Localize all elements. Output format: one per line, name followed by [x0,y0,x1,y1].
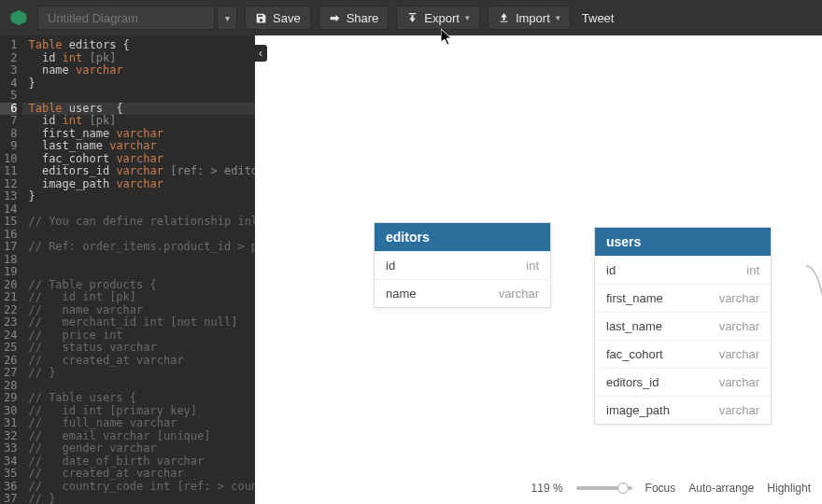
code-line[interactable]: // } [22,367,255,380]
code-line[interactable]: editors_id varchar [ref: > editors. [22,165,255,178]
export-button[interactable]: Export ▾ [396,6,480,30]
code-line[interactable]: // merchant_id int [not null] [22,316,255,329]
line-number: 15 [4,216,17,229]
line-number: 14 [4,203,17,217]
chevron-down-icon: ▾ [556,13,560,22]
import-button[interactable]: Import ▾ [488,6,571,30]
column-name: id [606,263,616,277]
line-number: 6 [0,103,17,116]
table-column[interactable]: idint [375,251,550,279]
code-line[interactable] [22,229,255,242]
focus-button[interactable]: Focus [645,482,676,495]
code-line[interactable]: } [22,190,255,203]
line-number: 37 [4,493,17,504]
code-area[interactable]: Table editors { id int [pk] name varchar… [22,35,255,504]
column-name: image_path [606,403,670,417]
share-button[interactable]: Share [319,6,390,30]
line-number: 17 [4,241,17,254]
line-number: 10 [4,153,17,166]
code-line[interactable] [22,203,255,217]
code-line[interactable]: fac_cohort varchar [22,153,255,166]
line-number: 29 [4,392,17,405]
column-name: fac_cohort [606,347,663,361]
code-line[interactable]: // id int [pk] [22,291,255,304]
table-header[interactable]: editors [375,223,550,251]
app-logo [7,7,30,29]
code-line[interactable] [22,254,255,267]
table-column[interactable]: first_namevarchar [595,284,771,312]
code-line[interactable]: id int [pk] [22,115,255,128]
code-line[interactable]: Table users { [22,103,255,116]
code-line[interactable]: // name varchar [22,304,255,317]
code-line[interactable]: Table editors { [22,39,255,52]
canvas-footer: 119 % Focus Auto-arrange Highlight [531,482,811,495]
diagram-canvas[interactable]: 119 % Focus Auto-arrange Highlight edito… [255,35,822,504]
column-name: id [386,259,395,273]
title-dropdown-button[interactable]: ▾ [217,6,237,30]
code-line[interactable]: // date_of_birth varchar [22,455,255,469]
zoom-knob[interactable] [617,483,629,494]
line-number: 36 [4,481,17,494]
code-line[interactable]: id int [pk] [22,52,255,65]
zoom-slider[interactable] [576,486,632,490]
column-name: name [386,287,417,301]
code-line[interactable]: // full_name varchar [22,417,255,430]
code-line[interactable]: // Table products { [22,279,255,292]
highlight-button[interactable]: Highlight [767,482,811,495]
table-header[interactable]: users [595,228,771,256]
code-line[interactable]: // created_at varchar [22,355,255,368]
share-label: Share [347,11,379,25]
column-type: varchar [719,403,759,417]
column-type: int [746,263,759,277]
chevron-down-icon: ▾ [465,13,470,22]
auto-arrange-button[interactable]: Auto-arrange [688,482,754,495]
line-number: 12 [4,178,17,191]
line-number: 16 [4,229,17,242]
diagram-title-input[interactable] [37,6,215,30]
code-line[interactable]: // created_at varchar [22,468,255,481]
table-column[interactable]: namevarchar [375,279,550,307]
table-users[interactable]: usersidintfirst_namevarcharlast_namevarc… [594,227,772,425]
code-line[interactable]: name varchar [22,64,255,77]
code-line[interactable]: // gender varchar [22,442,255,455]
line-number: 13 [4,190,17,203]
line-number: 30 [4,405,17,418]
table-column[interactable]: last_namevarchar [595,312,771,340]
line-number: 2 [4,52,17,65]
line-number: 21 [4,291,17,304]
code-line[interactable]: // id int [primary key] [22,405,255,418]
code-line[interactable]: } [22,77,255,91]
code-line[interactable] [22,90,255,103]
line-number: 32 [4,430,17,443]
line-number: 24 [4,329,17,343]
code-line[interactable]: // price int [22,329,255,343]
line-number: 9 [4,140,17,153]
code-line[interactable]: last_name varchar [22,140,255,153]
table-column[interactable]: image_pathvarchar [595,396,771,424]
column-type: varchar [719,319,759,333]
line-number: 19 [4,266,17,279]
save-button[interactable]: Save [245,6,311,30]
zoom-level: 119 % [531,482,563,495]
table-column[interactable]: editors_idvarchar [595,368,771,396]
code-line[interactable]: // Table users { [22,392,255,405]
code-line[interactable]: first_name varchar [22,128,255,141]
code-editor[interactable]: 1234567891011121314151617181920212223242… [0,35,255,504]
code-line[interactable]: image_path varchar [22,178,255,191]
code-line[interactable] [22,380,255,393]
table-editors[interactable]: editorsidintnamevarchar [374,222,551,308]
save-icon [255,12,267,24]
code-line[interactable]: // You can define relationship inline [22,216,255,229]
table-column[interactable]: fac_cohortvarchar [595,340,771,368]
code-line[interactable]: // country_code int [ref: > countri [22,481,255,494]
code-line[interactable] [22,266,255,279]
code-line[interactable]: // email varchar [unique] [22,430,255,443]
column-type: varchar [719,291,759,305]
code-line[interactable]: // } [22,493,255,504]
code-line[interactable]: // Ref: order_items.product_id > prod [22,241,255,254]
table-column[interactable]: idint [595,256,771,284]
tweet-link[interactable]: Tweet [582,11,615,25]
collapse-editor-button[interactable]: ‹ [254,45,267,62]
code-line[interactable]: // status varchar [22,342,255,355]
toolbar: ▾ Save Share Export ▾ Import ▾ Tweet [0,0,822,35]
